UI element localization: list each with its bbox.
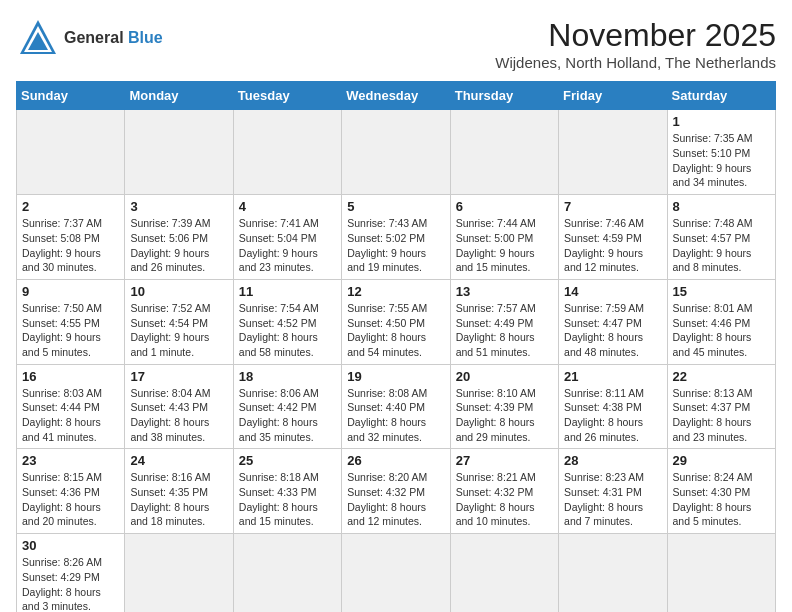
title-block: November 2025 Wijdenes, North Holland, T… <box>495 16 776 71</box>
day-number: 16 <box>22 369 119 384</box>
weekday-header-cell: Thursday <box>450 82 558 110</box>
calendar-week-row: 23Sunrise: 8:15 AM Sunset: 4:36 PM Dayli… <box>17 449 776 534</box>
day-info: Sunrise: 7:35 AM Sunset: 5:10 PM Dayligh… <box>673 131 770 190</box>
calendar-day-cell: 14Sunrise: 7:59 AM Sunset: 4:47 PM Dayli… <box>559 279 667 364</box>
calendar-day-cell: 5Sunrise: 7:43 AM Sunset: 5:02 PM Daylig… <box>342 195 450 280</box>
calendar-day-cell: 30Sunrise: 8:26 AM Sunset: 4:29 PM Dayli… <box>17 534 125 612</box>
day-number: 23 <box>22 453 119 468</box>
day-info: Sunrise: 7:48 AM Sunset: 4:57 PM Dayligh… <box>673 216 770 275</box>
calendar-day-cell <box>450 534 558 612</box>
calendar-day-cell: 8Sunrise: 7:48 AM Sunset: 4:57 PM Daylig… <box>667 195 775 280</box>
calendar-day-cell <box>342 534 450 612</box>
day-info: Sunrise: 8:11 AM Sunset: 4:38 PM Dayligh… <box>564 386 661 445</box>
day-number: 5 <box>347 199 444 214</box>
day-number: 24 <box>130 453 227 468</box>
day-info: Sunrise: 8:20 AM Sunset: 4:32 PM Dayligh… <box>347 470 444 529</box>
day-number: 2 <box>22 199 119 214</box>
calendar-day-cell <box>450 110 558 195</box>
day-info: Sunrise: 7:54 AM Sunset: 4:52 PM Dayligh… <box>239 301 336 360</box>
day-info: Sunrise: 8:08 AM Sunset: 4:40 PM Dayligh… <box>347 386 444 445</box>
calendar-day-cell: 2Sunrise: 7:37 AM Sunset: 5:08 PM Daylig… <box>17 195 125 280</box>
calendar-day-cell: 9Sunrise: 7:50 AM Sunset: 4:55 PM Daylig… <box>17 279 125 364</box>
day-number: 1 <box>673 114 770 129</box>
day-number: 9 <box>22 284 119 299</box>
calendar-day-cell: 7Sunrise: 7:46 AM Sunset: 4:59 PM Daylig… <box>559 195 667 280</box>
calendar-day-cell: 29Sunrise: 8:24 AM Sunset: 4:30 PM Dayli… <box>667 449 775 534</box>
day-number: 8 <box>673 199 770 214</box>
calendar-day-cell: 12Sunrise: 7:55 AM Sunset: 4:50 PM Dayli… <box>342 279 450 364</box>
day-number: 18 <box>239 369 336 384</box>
day-info: Sunrise: 7:39 AM Sunset: 5:06 PM Dayligh… <box>130 216 227 275</box>
calendar-day-cell: 13Sunrise: 7:57 AM Sunset: 4:49 PM Dayli… <box>450 279 558 364</box>
day-info: Sunrise: 7:41 AM Sunset: 5:04 PM Dayligh… <box>239 216 336 275</box>
calendar-day-cell: 20Sunrise: 8:10 AM Sunset: 4:39 PM Dayli… <box>450 364 558 449</box>
calendar-day-cell: 6Sunrise: 7:44 AM Sunset: 5:00 PM Daylig… <box>450 195 558 280</box>
day-number: 6 <box>456 199 553 214</box>
month-year-title: November 2025 <box>495 16 776 54</box>
day-info: Sunrise: 8:15 AM Sunset: 4:36 PM Dayligh… <box>22 470 119 529</box>
calendar-table: SundayMondayTuesdayWednesdayThursdayFrid… <box>16 81 776 612</box>
day-info: Sunrise: 8:26 AM Sunset: 4:29 PM Dayligh… <box>22 555 119 612</box>
day-info: Sunrise: 8:23 AM Sunset: 4:31 PM Dayligh… <box>564 470 661 529</box>
calendar-day-cell <box>667 534 775 612</box>
day-info: Sunrise: 8:21 AM Sunset: 4:32 PM Dayligh… <box>456 470 553 529</box>
calendar-day-cell <box>17 110 125 195</box>
calendar-day-cell: 17Sunrise: 8:04 AM Sunset: 4:43 PM Dayli… <box>125 364 233 449</box>
weekday-header-cell: Sunday <box>17 82 125 110</box>
day-info: Sunrise: 8:13 AM Sunset: 4:37 PM Dayligh… <box>673 386 770 445</box>
calendar-day-cell <box>559 534 667 612</box>
day-number: 7 <box>564 199 661 214</box>
calendar-day-cell: 10Sunrise: 7:52 AM Sunset: 4:54 PM Dayli… <box>125 279 233 364</box>
day-info: Sunrise: 7:57 AM Sunset: 4:49 PM Dayligh… <box>456 301 553 360</box>
day-number: 17 <box>130 369 227 384</box>
logo-icon <box>16 16 60 60</box>
day-info: Sunrise: 7:43 AM Sunset: 5:02 PM Dayligh… <box>347 216 444 275</box>
weekday-header-cell: Wednesday <box>342 82 450 110</box>
day-number: 21 <box>564 369 661 384</box>
calendar-day-cell <box>233 110 341 195</box>
day-info: Sunrise: 8:10 AM Sunset: 4:39 PM Dayligh… <box>456 386 553 445</box>
day-number: 12 <box>347 284 444 299</box>
day-number: 29 <box>673 453 770 468</box>
logo-text: General Blue <box>64 28 163 47</box>
day-info: Sunrise: 8:04 AM Sunset: 4:43 PM Dayligh… <box>130 386 227 445</box>
calendar-week-row: 1Sunrise: 7:35 AM Sunset: 5:10 PM Daylig… <box>17 110 776 195</box>
calendar-day-cell <box>125 534 233 612</box>
calendar-day-cell: 22Sunrise: 8:13 AM Sunset: 4:37 PM Dayli… <box>667 364 775 449</box>
calendar-day-cell: 25Sunrise: 8:18 AM Sunset: 4:33 PM Dayli… <box>233 449 341 534</box>
day-number: 14 <box>564 284 661 299</box>
day-number: 20 <box>456 369 553 384</box>
day-info: Sunrise: 8:16 AM Sunset: 4:35 PM Dayligh… <box>130 470 227 529</box>
calendar-day-cell: 19Sunrise: 8:08 AM Sunset: 4:40 PM Dayli… <box>342 364 450 449</box>
location-subtitle: Wijdenes, North Holland, The Netherlands <box>495 54 776 71</box>
day-info: Sunrise: 7:55 AM Sunset: 4:50 PM Dayligh… <box>347 301 444 360</box>
day-info: Sunrise: 7:59 AM Sunset: 4:47 PM Dayligh… <box>564 301 661 360</box>
day-number: 10 <box>130 284 227 299</box>
day-info: Sunrise: 7:52 AM Sunset: 4:54 PM Dayligh… <box>130 301 227 360</box>
calendar-week-row: 30Sunrise: 8:26 AM Sunset: 4:29 PM Dayli… <box>17 534 776 612</box>
day-info: Sunrise: 7:50 AM Sunset: 4:55 PM Dayligh… <box>22 301 119 360</box>
day-info: Sunrise: 8:03 AM Sunset: 4:44 PM Dayligh… <box>22 386 119 445</box>
logo: General Blue <box>16 16 163 60</box>
calendar-week-row: 9Sunrise: 7:50 AM Sunset: 4:55 PM Daylig… <box>17 279 776 364</box>
weekday-header-cell: Monday <box>125 82 233 110</box>
day-info: Sunrise: 8:18 AM Sunset: 4:33 PM Dayligh… <box>239 470 336 529</box>
page-header: General Blue November 2025 Wijdenes, Nor… <box>16 16 776 71</box>
day-number: 27 <box>456 453 553 468</box>
day-number: 26 <box>347 453 444 468</box>
day-number: 25 <box>239 453 336 468</box>
day-info: Sunrise: 7:37 AM Sunset: 5:08 PM Dayligh… <box>22 216 119 275</box>
weekday-header-row: SundayMondayTuesdayWednesdayThursdayFrid… <box>17 82 776 110</box>
calendar-day-cell: 24Sunrise: 8:16 AM Sunset: 4:35 PM Dayli… <box>125 449 233 534</box>
calendar-day-cell: 11Sunrise: 7:54 AM Sunset: 4:52 PM Dayli… <box>233 279 341 364</box>
calendar-day-cell: 28Sunrise: 8:23 AM Sunset: 4:31 PM Dayli… <box>559 449 667 534</box>
weekday-header-cell: Saturday <box>667 82 775 110</box>
day-info: Sunrise: 8:06 AM Sunset: 4:42 PM Dayligh… <box>239 386 336 445</box>
day-number: 19 <box>347 369 444 384</box>
day-info: Sunrise: 7:46 AM Sunset: 4:59 PM Dayligh… <box>564 216 661 275</box>
calendar-day-cell <box>233 534 341 612</box>
calendar-day-cell <box>342 110 450 195</box>
calendar-day-cell: 3Sunrise: 7:39 AM Sunset: 5:06 PM Daylig… <box>125 195 233 280</box>
day-info: Sunrise: 8:01 AM Sunset: 4:46 PM Dayligh… <box>673 301 770 360</box>
weekday-header-cell: Friday <box>559 82 667 110</box>
